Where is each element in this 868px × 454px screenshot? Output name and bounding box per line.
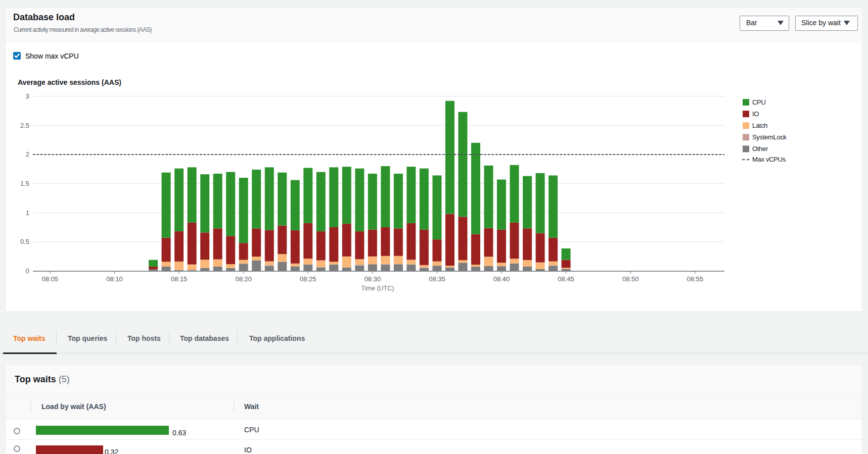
svg-text:2: 2 <box>26 150 29 158</box>
svg-text:1: 1 <box>26 209 29 217</box>
svg-text:08:30: 08:30 <box>364 275 381 283</box>
svg-text:08:10: 08:10 <box>106 275 123 283</box>
svg-text:0: 0 <box>26 267 29 275</box>
svg-text:CPU: CPU <box>752 98 766 106</box>
svg-text:08:35: 08:35 <box>429 275 445 283</box>
svg-text:1.5: 1.5 <box>20 180 29 187</box>
svg-text:08:45: 08:45 <box>558 275 574 283</box>
svg-text:08:25: 08:25 <box>300 275 316 283</box>
svg-text:SystemLock: SystemLock <box>752 133 787 141</box>
svg-text:08:55: 08:55 <box>687 275 704 283</box>
svg-text:2.5: 2.5 <box>20 122 29 129</box>
svg-text:0.5: 0.5 <box>20 238 29 245</box>
svg-text:08:50: 08:50 <box>622 275 639 283</box>
svg-text:Max vCPUs: Max vCPUs <box>752 156 786 163</box>
svg-text:08:40: 08:40 <box>493 275 510 283</box>
svg-text:08:05: 08:05 <box>42 275 59 283</box>
svg-text:Latch: Latch <box>752 122 767 129</box>
svg-text:Other: Other <box>752 145 768 153</box>
svg-text:3: 3 <box>26 92 29 100</box>
svg-text:IO: IO <box>752 110 759 118</box>
svg-text:08:20: 08:20 <box>235 275 252 283</box>
svg-text:08:15: 08:15 <box>171 275 188 283</box>
svg-text:Time (UTC): Time (UTC) <box>361 285 394 292</box>
